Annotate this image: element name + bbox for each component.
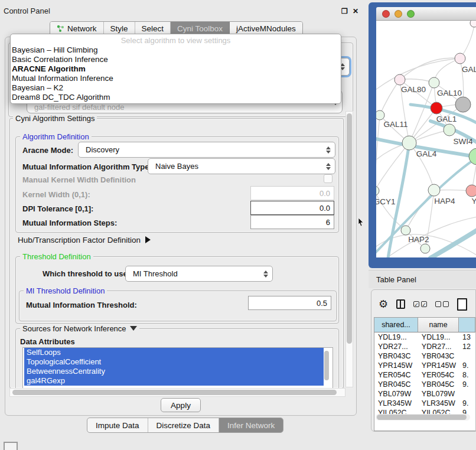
table-cell[interactable]: YBR045C — [374, 380, 418, 389]
table-row[interactable]: YBL079WYBL079W — [374, 389, 475, 399]
manual-kernel-width-checkbox[interactable] — [324, 174, 332, 183]
mi-threshold-field[interactable]: 0.5 — [248, 296, 331, 310]
network-node-gal11[interactable] — [376, 110, 384, 120]
table-cell[interactable]: 8. — [459, 370, 475, 380]
which-threshold-value: MI Threshold — [133, 269, 178, 278]
network-node-gal4[interactable] — [402, 136, 416, 150]
network-window-titlebar[interactable] — [376, 7, 476, 21]
data-attributes-list[interactable]: SelfLoopsTopologicalCoefficientBetweenne… — [22, 347, 333, 389]
dpi-tolerance-field[interactable]: 0.0 — [250, 201, 334, 215]
table-cell[interactable]: YLR345W — [374, 399, 418, 408]
network-node[interactable] — [470, 21, 476, 27]
algorithm-option-bayesian-hill-climbing[interactable]: Bayesian – Hill Climbing — [11, 45, 341, 55]
mi-steps-field[interactable]: 6 — [250, 215, 334, 229]
algorithm-option-mutual-information-inference[interactable]: Mutual Information Inference — [11, 74, 341, 83]
which-threshold-combobox[interactable]: MI Threshold — [125, 266, 273, 282]
minimize-window-button[interactable] — [395, 10, 402, 18]
network-node-gcy1[interactable] — [376, 186, 379, 195]
table-row[interactable]: YDR27...YDR27...12 — [374, 342, 475, 351]
table-row[interactable]: YER054CYER054C8. — [374, 370, 475, 380]
table-hscrollbar-thumb[interactable] — [377, 415, 467, 420]
table-cell[interactable]: YLR345W — [418, 399, 459, 408]
network-node[interactable] — [420, 244, 430, 253]
table-cell[interactable]: YBL079W — [374, 389, 418, 399]
network-node-hap4[interactable] — [428, 184, 440, 196]
sources-title[interactable]: Sources for Network Inference — [20, 324, 139, 333]
bottom-tab-infer-network[interactable]: Infer Network — [219, 418, 283, 432]
expand-right-icon — [145, 236, 151, 243]
apply-button[interactable]: Apply — [161, 398, 201, 412]
table-cell[interactable] — [459, 389, 475, 399]
bottom-tab-discretize-data[interactable]: Discretize Data — [148, 418, 220, 432]
split-columns-icon[interactable] — [396, 299, 405, 309]
bottom-tab-impute-data[interactable]: Impute Data — [87, 418, 148, 432]
table-cell[interactable]: 9. — [459, 361, 475, 370]
network-node[interactable] — [431, 102, 442, 114]
network-node-gal10[interactable] — [429, 77, 439, 88]
table-row[interactable]: YBR045CYBR045C9. — [374, 380, 475, 389]
table-cell[interactable]: 9. — [459, 399, 475, 408]
kernel-width-field[interactable]: 0.0 — [250, 186, 334, 200]
network-canvas[interactable]: GALGAL80GAL10GAL11GAL1GAL4SWI4GCY1HAP4YH… — [376, 21, 476, 257]
data-attribute-option-topologicalcoefficient[interactable]: TopologicalCoefficient — [24, 357, 324, 367]
table-cell[interactable]: YER054C — [418, 370, 459, 380]
network-node-hap2[interactable] — [401, 226, 410, 235]
table-cell[interactable]: 12 — [459, 342, 475, 351]
network-node[interactable] — [455, 97, 471, 112]
network-node-gal[interactable] — [455, 53, 465, 64]
minimized-panel-icon[interactable] — [4, 442, 18, 450]
algorithm-option-aracne-algorithm[interactable]: ARACNE Algorithm — [11, 64, 341, 74]
algorithm-option-dream8-dc-tdc-algorithm[interactable]: Dream8 DC_TDC Algorithm — [11, 93, 341, 102]
table-cell[interactable]: 13 — [459, 332, 475, 342]
close-window-button[interactable] — [382, 10, 390, 18]
table-cell[interactable]: YER054C — [374, 370, 418, 380]
select-all-checkboxes-icon[interactable]: ✓✓ — [413, 301, 427, 307]
data-attribute-option-selfloops[interactable]: SelfLoops — [24, 348, 324, 357]
table-cell[interactable]: YBR045C — [418, 380, 459, 389]
table-row[interactable]: YBR043CYBR043C — [374, 351, 475, 361]
network-node-label: HAP2 — [408, 235, 429, 244]
table-row[interactable]: YPR145WYPR145W9. — [374, 361, 475, 370]
settings-hscrollbar-thumb[interactable] — [12, 390, 337, 395]
data-attribute-option-betweennesscentrality[interactable]: BetweennessCentrality — [24, 367, 324, 376]
manual-kernel-width-label: Manual Kernel Width Definition — [22, 175, 136, 184]
column-header-shared[interactable]: shared... — [374, 318, 418, 332]
network-node-label: GAL4 — [416, 149, 437, 158]
table-cell[interactable]: YPR145W — [418, 361, 459, 370]
gear-icon[interactable]: ⚙ — [379, 299, 388, 309]
table-cell[interactable]: YDL19... — [418, 332, 459, 342]
float-panel-icon[interactable]: ❐ — [341, 7, 348, 15]
close-panel-icon[interactable]: ✕ — [353, 7, 358, 15]
column-header-2[interactable] — [459, 318, 475, 332]
table-cell[interactable]: YDR27... — [374, 342, 418, 351]
control-panel-title: Control Panel — [4, 6, 50, 15]
mi-algorithm-type-combobox[interactable]: Naive Bayes — [148, 158, 335, 174]
table-cell[interactable]: YBL079W — [418, 389, 459, 399]
hub-definition-label: Hub/Transcription Factor Definition — [18, 236, 141, 244]
table-cell[interactable]: YDL19... — [374, 332, 418, 342]
list-scrollbar-thumb[interactable] — [324, 351, 329, 380]
table-cell[interactable]: YPR145W — [374, 361, 418, 370]
file-icon[interactable] — [457, 298, 467, 311]
network-node-gal1[interactable] — [444, 124, 455, 136]
column-header-name[interactable]: name — [418, 318, 459, 332]
table-cell[interactable]: YBR043C — [374, 351, 418, 361]
table-cell[interactable]: YDR27... — [418, 342, 459, 351]
zoom-window-button[interactable] — [407, 10, 415, 18]
which-threshold-label: Which threshold to use: — [43, 269, 130, 278]
network-node-y[interactable] — [466, 185, 476, 197]
deselect-all-checkboxes-icon[interactable] — [435, 301, 449, 307]
aracne-mode-combobox[interactable]: Discovery — [78, 142, 335, 158]
network-node-gal80[interactable] — [395, 74, 405, 85]
table-cell[interactable] — [459, 351, 475, 361]
hub-definition-expander[interactable]: Hub/Transcription Factor Definition — [18, 236, 151, 244]
algorithm-option-basic-correlation-inference[interactable]: Basic Correlation Inference — [11, 55, 341, 64]
table-cell[interactable]: 9. — [459, 380, 475, 389]
table-row[interactable]: YDL19...YDL19...13 — [374, 332, 475, 342]
data-attribute-option-gal4rgexp[interactable]: gal4RGexp — [24, 376, 324, 386]
table-cell[interactable]: YBR043C — [418, 351, 459, 361]
algorithm-option-bayesian-k2[interactable]: Bayesian – K2 — [11, 83, 341, 93]
settings-vscrollbar-thumb[interactable] — [347, 113, 352, 344]
table-row[interactable]: YLR345WYLR345W9. — [374, 399, 475, 408]
table-hscrollbar[interactable] — [376, 414, 470, 420]
